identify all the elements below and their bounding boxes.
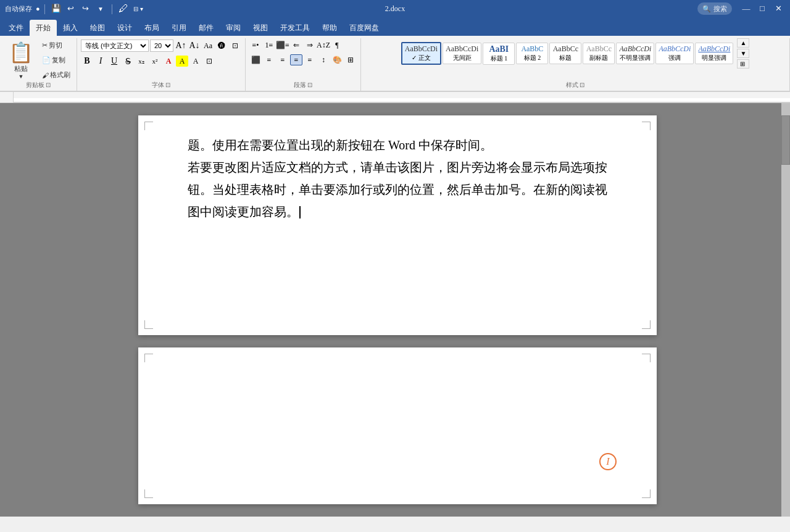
borders-button[interactable]: ⊞ (344, 54, 357, 65)
style-subtitle[interactable]: AaBbCc 副标题 (583, 43, 615, 64)
menu-item-dev[interactable]: 开发工具 (274, 20, 316, 36)
style-h2-preview: AaBbC (521, 44, 543, 54)
change-case-button[interactable]: Aa (202, 40, 214, 51)
menu-item-view[interactable]: 视图 (247, 20, 274, 36)
align-left-button[interactable]: ⬛ (249, 54, 262, 65)
justify-button[interactable]: ≡ (290, 54, 302, 65)
more-qa-icon[interactable]: ▼ (94, 2, 107, 15)
minimize-button[interactable]: — (739, 2, 753, 15)
menu-item-file[interactable]: 文件 (2, 20, 30, 36)
ruler (0, 92, 790, 103)
text-effect-button[interactable]: A (189, 56, 202, 67)
style-normal[interactable]: AaBbCcDi ✓ 正文 (401, 42, 441, 65)
styles-scroll-down[interactable]: ▼ (737, 49, 749, 58)
font-color-button[interactable]: A (162, 56, 175, 67)
increase-font-button[interactable]: A↑ (175, 40, 187, 51)
superscript-button[interactable]: x² (149, 56, 161, 67)
decrease-indent-button[interactable]: ⇐ (290, 39, 302, 51)
page-1-text-2: 若要更改图片适应文档的方式，请单击该图片，图片旁边将会显示布局选项按钮。当处理表… (188, 160, 607, 218)
show-marks-button[interactable]: ¶ (331, 39, 343, 51)
autosave-toggle[interactable]: ● (36, 5, 40, 12)
style-nospace[interactable]: AaBbCcDi 无间距 (443, 43, 481, 64)
search-box[interactable]: 🔍 搜索 (697, 2, 732, 15)
sort-button[interactable]: A↕Z (317, 39, 330, 51)
subscript-button[interactable]: x₂ (135, 56, 148, 67)
page-2-corner-tr (642, 354, 651, 362)
ibeam-cursor-indicator: I (599, 453, 617, 470)
font-size-select[interactable]: 20 (150, 39, 173, 52)
style-subtle-em[interactable]: AaBbCcDi 不明显强调 (616, 43, 654, 64)
copy-button[interactable]: 📄 复制 (40, 54, 73, 67)
shading-button[interactable]: 🎨 (331, 54, 343, 65)
cut-button[interactable]: ✂ 剪切 (40, 39, 73, 52)
bullets-button[interactable]: ≡• (249, 39, 262, 51)
page-2: I (138, 347, 657, 504)
paragraph-group: ≡• 1≡ ⬛≡ ⇐ ⇒ A↕Z ¶ ⬛ ≡ ≡ ≡ ≡ ↕ 🎨 ⊞ 段落 ⊡ (246, 38, 361, 91)
clear-format-button[interactable]: 🅐 (215, 40, 228, 51)
page-1-content[interactable]: 题。使用在需要位置出现的新按钮在 Word 中保存时间。 若要更改图片适应文档的… (138, 115, 657, 260)
style-emphasis-label: 强调 (668, 54, 681, 62)
menu-item-references[interactable]: 引用 (165, 20, 193, 36)
menu-item-help[interactable]: 帮助 (316, 20, 343, 36)
qa-separator2: | (111, 3, 113, 14)
paste-dropdown-icon: ▼ (19, 73, 24, 80)
decrease-font-button[interactable]: A↓ (188, 40, 201, 51)
highlight-button[interactable]: A (176, 56, 188, 67)
italic-button[interactable]: I (94, 56, 107, 67)
align-right-button[interactable]: ≡ (276, 54, 289, 65)
menu-item-layout[interactable]: 布局 (138, 20, 165, 36)
close-button[interactable]: ✕ (771, 2, 785, 15)
style-normal-preview: AaBbCcDi (405, 44, 438, 54)
align-center-button[interactable]: ≡ (263, 54, 275, 65)
mode-dropdown[interactable]: ⊟ ▾ (131, 2, 145, 15)
font-name-select[interactable]: 等线 (中文正文) (81, 39, 149, 52)
maximize-button[interactable]: □ (755, 2, 769, 15)
increase-indent-button[interactable]: ⇒ (304, 39, 316, 51)
save-button[interactable]: 💾 (49, 2, 63, 15)
scrollbar-thumb[interactable] (781, 115, 790, 165)
autosave-label: 自动保存 (5, 4, 32, 14)
strikethrough-button[interactable]: S̶ (122, 56, 134, 67)
more-align-button[interactable]: ≡ (304, 54, 316, 65)
page-2-content[interactable] (138, 347, 657, 409)
menu-item-draw[interactable]: 绘图 (84, 20, 111, 36)
menu-item-insert[interactable]: 插入 (57, 20, 84, 36)
paste-label: 粘贴 (14, 64, 28, 73)
underline-button[interactable]: U (108, 56, 120, 67)
font-more-button[interactable]: ⊡ (229, 40, 241, 51)
paste-button[interactable]: 📋 粘贴 ▼ (4, 38, 38, 82)
font-more2-button[interactable]: ⊡ (203, 56, 215, 67)
undo-button[interactable]: ↩ (64, 2, 78, 15)
redo-button[interactable]: ↪ (79, 2, 93, 15)
bold-button[interactable]: B (81, 56, 93, 67)
page-corner-br (642, 320, 651, 329)
style-heading2[interactable]: AaBbC 标题 2 (516, 43, 548, 64)
ruler-corner[interactable] (0, 92, 14, 102)
line-spacing-button[interactable]: ↕ (317, 54, 330, 65)
style-emphasis[interactable]: AaBbCcDi 强调 (655, 43, 694, 64)
style-emphasis-preview: AaBbCcDi (659, 44, 691, 54)
format-painter-button[interactable]: 🖌 格式刷 (40, 69, 73, 82)
style-intense-em[interactable]: AaBbCcDi 明显强调 (695, 43, 733, 64)
customize-icon[interactable]: 🖊 (117, 2, 130, 15)
ibeam-icon: I (606, 456, 609, 467)
scrollbar-track[interactable] (781, 103, 790, 517)
styles-label: 样式 ⊡ (361, 81, 789, 89)
style-heading1[interactable]: AaBI 标题 1 (483, 43, 515, 65)
menu-item-review[interactable]: 审阅 (220, 20, 247, 36)
menu-item-baidu[interactable]: 百度网盘 (343, 20, 385, 36)
page-corner-tl (144, 122, 153, 130)
menu-item-design[interactable]: 设计 (111, 20, 138, 36)
menu-item-home[interactable]: 开始 (30, 20, 57, 36)
styles-scroll-up[interactable]: ▲ (737, 38, 749, 48)
menu-item-mail[interactable]: 邮件 (193, 20, 220, 36)
menu-bar: 文件 开始 插入 绘图 设计 布局 引用 邮件 审阅 视图 开发工具 帮助 百度… (0, 17, 790, 36)
vertical-ruler (0, 103, 14, 517)
font-size-input[interactable]: 20 (150, 39, 173, 52)
style-title[interactable]: AaBbCc 标题 (549, 43, 581, 64)
multilevel-button[interactable]: ⬛≡ (276, 39, 289, 51)
styles-expand[interactable]: ⊞ (737, 59, 749, 69)
document-scroll[interactable]: 题。使用在需要位置出现的新按钮在 Word 中保存时间。 若要更改图片适应文档的… (14, 103, 781, 517)
numbering-button[interactable]: 1≡ (263, 39, 275, 51)
style-nospace-preview: AaBbCcDi (446, 44, 478, 54)
